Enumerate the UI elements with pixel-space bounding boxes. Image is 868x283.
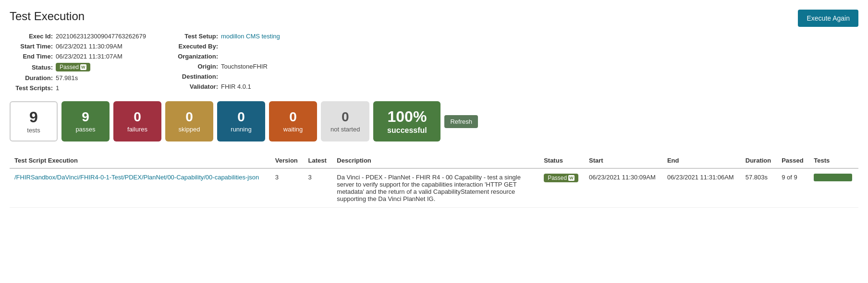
row-start: 06/23/2021 11:30:09AM <box>584 168 662 208</box>
page-title: Test Execution <box>10 10 85 23</box>
failures-stat: 0 failures <box>113 101 161 142</box>
row-status: Passed W <box>539 168 584 208</box>
stats-row: 9 tests 9 passes 0 failures 0 skipped 0 … <box>10 101 858 142</box>
table-row: /FHIRSandbox/DaVinci/FHIR4-0-1-Test/PDEX… <box>10 168 858 208</box>
meta-section: Exec Id: 20210623123009047763262679 Star… <box>10 33 858 92</box>
row-description: Da Vinci - PDEX - PlanNet - FHIR R4 - 00… <box>332 168 539 208</box>
test-scripts-value: 1 <box>56 84 59 92</box>
waiting-stat: 0 waiting <box>269 101 317 142</box>
failures-label: failures <box>123 126 152 133</box>
status-label: Status: <box>10 64 53 71</box>
start-time-value: 06/23/2021 11:30:09AM <box>56 43 122 50</box>
passes-stat: 9 passes <box>61 101 110 142</box>
origin-value: TouchstoneFHIR <box>221 63 268 70</box>
running-stat: 0 running <box>217 101 265 142</box>
row-version: 3 <box>270 168 304 208</box>
row-duration: 57.803s <box>741 168 777 208</box>
not-started-number: 0 <box>330 110 360 125</box>
col-header-latest: Latest <box>304 153 332 168</box>
skipped-number: 0 <box>175 110 204 125</box>
success-stat: 100% successful <box>373 101 440 142</box>
skipped-stat: 0 skipped <box>165 101 213 142</box>
passes-label: passes <box>71 126 100 133</box>
tests-stat: 9 tests <box>10 101 58 142</box>
origin-label: Origin: <box>175 63 218 70</box>
test-setup-link[interactable]: modillon CMS testing <box>221 33 280 40</box>
exec-id-value: 20210623123009047763262679 <box>56 33 146 40</box>
waiting-number: 0 <box>279 110 307 125</box>
validator-value: FHIR 4.0.1 <box>221 83 251 90</box>
status-badge: Passed W <box>56 63 90 71</box>
tests-label: tests <box>20 127 47 134</box>
meta-right: Test Setup: modillon CMS testing Execute… <box>175 33 280 92</box>
script-link[interactable]: /FHIRSandbox/DaVinci/FHIR4-0-1-Test/PDEX… <box>14 174 266 181</box>
row-end: 06/23/2021 11:31:06AM <box>662 168 741 208</box>
duration-label: Duration: <box>10 74 53 82</box>
running-label: running <box>227 126 256 133</box>
not-started-stat: 0 not started <box>321 101 369 142</box>
duration-value: 57.981s <box>56 74 78 82</box>
row-tests-bar <box>809 168 858 208</box>
failures-number: 0 <box>123 110 152 125</box>
w-indicator: W <box>80 64 86 71</box>
col-header-script: Test Script Execution <box>10 153 270 168</box>
col-header-passed: Passed <box>777 153 809 168</box>
refresh-button[interactable]: Refresh <box>444 115 478 128</box>
destination-label: Destination: <box>175 73 218 80</box>
col-header-tests: Tests <box>809 153 858 168</box>
success-percent: 100% <box>383 108 431 125</box>
passes-number: 9 <box>71 110 100 125</box>
col-header-version: Version <box>270 153 304 168</box>
col-header-start: Start <box>584 153 662 168</box>
tests-number: 9 <box>20 109 47 126</box>
meta-left: Exec Id: 20210623123009047763262679 Star… <box>10 33 146 92</box>
success-label: successful <box>383 126 431 135</box>
col-header-description: Description <box>332 153 539 168</box>
col-header-end: End <box>662 153 741 168</box>
validator-label: Validator: <box>175 83 218 90</box>
executed-by-label: Executed By: <box>175 43 218 50</box>
skipped-label: skipped <box>175 126 204 133</box>
end-time-value: 06/23/2021 11:31:07AM <box>56 53 122 60</box>
exec-id-label: Exec Id: <box>10 33 53 40</box>
progress-bar-container <box>814 174 852 181</box>
test-setup-label: Test Setup: <box>175 33 218 40</box>
w-indicator: W <box>568 175 575 181</box>
waiting-label: waiting <box>279 126 307 133</box>
end-time-label: End Time: <box>10 53 53 60</box>
organization-label: Organization: <box>175 53 218 60</box>
not-started-label: not started <box>330 126 360 133</box>
running-number: 0 <box>227 110 256 125</box>
col-header-status: Status <box>539 153 584 168</box>
test-execution-table: Test Script Execution Version Latest Des… <box>10 153 858 208</box>
execute-again-button[interactable]: Execute Again <box>798 10 858 27</box>
status-badge-text: Passed <box>60 64 79 71</box>
row-status-badge: Passed W <box>544 174 578 182</box>
row-passed: 9 of 9 <box>777 168 809 208</box>
row-latest: 3 <box>304 168 332 208</box>
test-scripts-label: Test Scripts: <box>10 84 53 92</box>
col-header-duration: Duration <box>741 153 777 168</box>
start-time-label: Start Time: <box>10 43 53 50</box>
progress-bar-fill <box>814 174 852 181</box>
